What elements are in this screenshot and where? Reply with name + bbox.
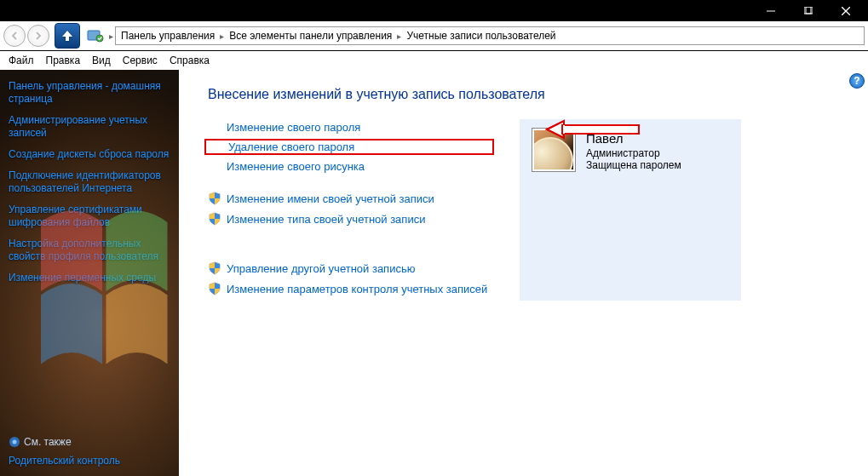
sidebar-link-online-ids[interactable]: Подключение идентификаторов пользователе… — [9, 169, 170, 195]
up-button[interactable] — [55, 23, 80, 49]
uac-shield-icon — [208, 192, 221, 205]
action-change-type[interactable]: Изменение типа своей учетной записи — [204, 210, 494, 227]
user-protected: Защищена паролем — [586, 159, 681, 171]
chevron-right-icon: ▸ — [107, 32, 115, 41]
action-change-name[interactable]: Изменение имени своей учетной записи — [204, 190, 494, 207]
uac-shield-icon — [208, 212, 221, 226]
help-icon[interactable]: ? — [849, 73, 865, 89]
action-label: Изменение параметров контроля учетных за… — [227, 283, 487, 295]
user-role: Администратор — [586, 147, 681, 159]
breadcrumb-item[interactable]: Панель управления — [119, 30, 216, 42]
svg-rect-2 — [806, 7, 813, 14]
sidebar-link-profile-props[interactable]: Настройка дополнительных свойств профиля… — [9, 238, 170, 263]
close-button[interactable] — [827, 0, 865, 21]
main-content: ? Внесение изменений в учетную запись по… — [179, 70, 868, 476]
forward-button[interactable] — [27, 25, 49, 47]
action-label: Изменение типа своей учетной записи — [227, 213, 425, 226]
menu-edit[interactable]: Правка — [46, 54, 81, 66]
svg-point-6 — [96, 35, 103, 42]
action-change-password[interactable]: Изменение своего пароля — [204, 119, 494, 135]
sidebar-link-parental[interactable]: Родительский контроль — [9, 455, 170, 467]
actions-list: Изменение своего пароля Удаление своего … — [204, 119, 494, 301]
control-panel-icon — [87, 28, 104, 43]
back-button[interactable] — [3, 25, 26, 47]
see-also-label: См. также — [9, 436, 170, 448]
sidebar-link-env-vars[interactable]: Изменение переменных среды — [9, 272, 170, 284]
action-uac-settings[interactable]: Изменение параметров контроля учетных за… — [204, 280, 494, 297]
menu-tools[interactable]: Сервис — [123, 54, 158, 66]
svg-point-8 — [13, 440, 17, 444]
user-name: Павел — [586, 131, 681, 146]
action-change-picture[interactable]: Изменение своего рисунка — [204, 158, 494, 175]
svg-rect-1 — [804, 7, 811, 14]
titlebar — [0, 0, 868, 21]
sidebar-link-password-reset-disk[interactable]: Создание дискеты сброса пароля — [9, 148, 170, 161]
maximize-button[interactable] — [790, 0, 827, 21]
breadcrumb-item[interactable]: Все элементы панели управления — [227, 30, 394, 42]
breadcrumb-item[interactable]: Учетные записи пользователей — [405, 30, 557, 42]
menu-view[interactable]: Вид — [92, 54, 111, 66]
sidebar-link-cp-home[interactable]: Панель управления - домашняя страница — [9, 80, 170, 106]
breadcrumb-bar[interactable]: Панель управления ▸ Все элементы панели … — [115, 26, 865, 45]
action-label: Управление другой учетной записью — [227, 262, 415, 275]
user-card: Павел Администратор Защищена паролем — [520, 119, 741, 301]
navigation-bar: ▸ Панель управления ▸ Все элементы панел… — [0, 21, 868, 51]
menu-file[interactable]: Файл — [9, 54, 34, 66]
menu-help[interactable]: Справка — [170, 54, 210, 66]
action-label: Удаление своего пароля — [228, 141, 354, 153]
action-label: Изменение своего пароля — [227, 121, 360, 134]
chevron-right-icon: ▸ — [395, 32, 403, 41]
minimize-button[interactable] — [752, 0, 790, 21]
uac-shield-icon — [208, 282, 221, 295]
sidebar: Панель управления - домашняя страница Ад… — [0, 70, 179, 476]
page-heading: Внесение изменений в учетную запись поль… — [208, 87, 842, 102]
see-also-text: См. также — [24, 436, 72, 448]
action-label: Изменение имени своей учетной записи — [227, 192, 434, 205]
action-manage-other[interactable]: Управление другой учетной записью — [204, 260, 494, 277]
menu-bar: Файл Правка Вид Сервис Справка — [0, 51, 868, 70]
user-avatar — [532, 128, 576, 172]
sidebar-link-admin-accounts[interactable]: Администрирование учетных записей — [9, 114, 170, 140]
action-label: Изменение своего рисунка — [227, 160, 365, 173]
chevron-right-icon: ▸ — [218, 32, 226, 41]
action-delete-password[interactable]: Удаление своего пароля — [204, 139, 494, 155]
sidebar-link-certs[interactable]: Управление сертификатами шифрования файл… — [9, 204, 170, 229]
uac-shield-icon — [208, 261, 221, 275]
